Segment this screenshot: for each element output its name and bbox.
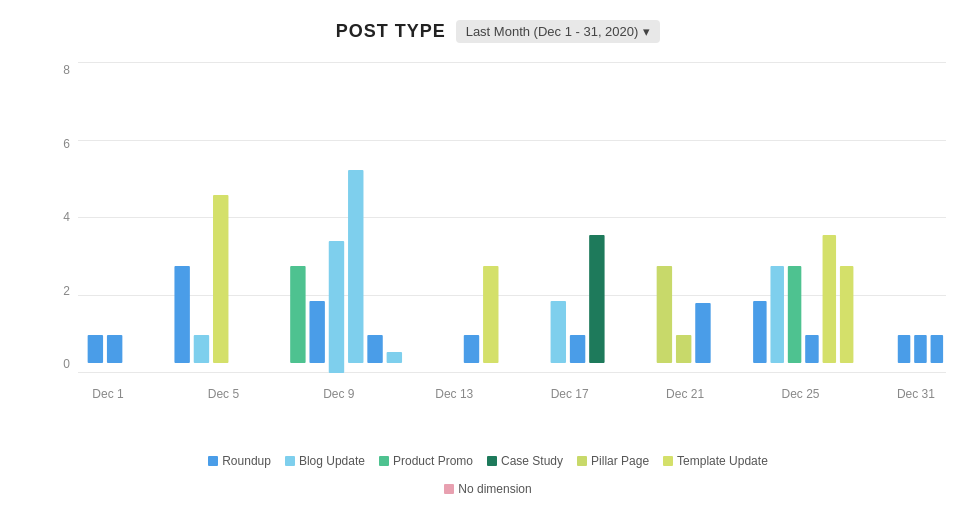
bars-wrapper [78,63,946,373]
x-label-dec17: Dec 17 [540,387,600,401]
product-promo-label: Product Promo [393,454,473,468]
bar-dec21-pillarpage1 [657,266,672,363]
roundup-label: Roundup [222,454,271,468]
x-axis: Dec 1 Dec 5 Dec 9 Dec 13 Dec 17 Dec 21 D… [78,387,946,401]
no-dimension-swatch [444,484,454,494]
template-update-swatch [663,456,673,466]
bar-dec5-blogupdate [194,335,209,363]
bar-dec25-productpromo [788,266,802,363]
date-range-dropdown[interactable]: Last Month (Dec 1 - 31, 2020) ▾ [456,20,661,43]
bar-dec17-blogupdate [551,301,566,363]
bars-svg [78,63,946,373]
bar-dec31-roundup2 [914,335,927,363]
bar-dec21-roundup [695,303,710,363]
chevron-down-icon: ▾ [643,24,650,39]
bar-dec25-blogupdate [770,266,784,363]
legend-no-dimension: No dimension [0,482,976,496]
bar-dec9-blogupdate2 [348,170,363,363]
bar-dec13-templateupdate [483,266,498,363]
bar-dec1-roundup2 [107,335,122,363]
bar-dec9-roundup [309,301,324,363]
bar-dec17-roundup [570,335,585,363]
bar-dec17-casestudy [589,235,604,363]
x-label-dec31: Dec 31 [886,387,946,401]
y-label-0: 0 [50,357,70,371]
y-label-2: 2 [50,284,70,298]
product-promo-swatch [379,456,389,466]
roundup-swatch [208,456,218,466]
bar-dec1-roundup1 [88,335,103,363]
legend-template-update: Template Update [663,454,768,468]
bar-dec13-roundup [464,335,479,363]
bar-dec9-productpromo [290,266,305,363]
x-label-dec25: Dec 25 [771,387,831,401]
bar-dec21-pillarpage2 [676,335,691,363]
case-study-swatch [487,456,497,466]
y-label-6: 6 [50,137,70,151]
bar-dec9-blogupdate3 [387,352,402,363]
case-study-label: Case Study [501,454,563,468]
y-label-4: 4 [50,210,70,224]
bar-dec9-blogupdate1 [329,241,344,373]
pillar-page-swatch [577,456,587,466]
y-axis: 0 2 4 6 8 [50,63,70,373]
bar-dec25-roundup2 [805,335,819,363]
date-range-label: Last Month (Dec 1 - 31, 2020) [466,24,639,39]
pillar-page-label: Pillar Page [591,454,649,468]
chart-title: POST TYPE [336,21,446,42]
bar-dec5-roundup [174,266,189,363]
blog-update-label: Blog Update [299,454,365,468]
x-label-dec13: Dec 13 [424,387,484,401]
chart-container: POST TYPE Last Month (Dec 1 - 31, 2020) … [0,0,976,506]
x-label-dec21: Dec 21 [655,387,715,401]
legend-case-study: Case Study [487,454,563,468]
x-label-dec5: Dec 5 [193,387,253,401]
legend-roundup: Roundup [208,454,271,468]
template-update-label: Template Update [677,454,768,468]
bar-dec5-templateupdate [213,195,228,363]
x-label-dec1: Dec 1 [78,387,138,401]
legend-product-promo: Product Promo [379,454,473,468]
y-label-8: 8 [50,63,70,77]
chart-area: 0 2 4 6 8 [50,63,946,373]
chart-legend: Roundup Blog Update Product Promo Case S… [0,454,976,496]
no-dimension-label: No dimension [458,482,531,496]
bar-dec31-roundup3 [931,335,944,363]
bar-dec25-templateupdate2 [840,266,854,363]
legend-pillar-page: Pillar Page [577,454,649,468]
legend-blog-update: Blog Update [285,454,365,468]
x-label-dec9: Dec 9 [309,387,369,401]
bar-dec25-roundup [753,301,767,363]
blog-update-swatch [285,456,295,466]
chart-header: POST TYPE Last Month (Dec 1 - 31, 2020) … [50,20,946,43]
bar-dec31-roundup1 [898,335,911,363]
bar-dec9-roundup2 [367,335,382,363]
bar-dec25-templateupdate1 [823,235,837,363]
